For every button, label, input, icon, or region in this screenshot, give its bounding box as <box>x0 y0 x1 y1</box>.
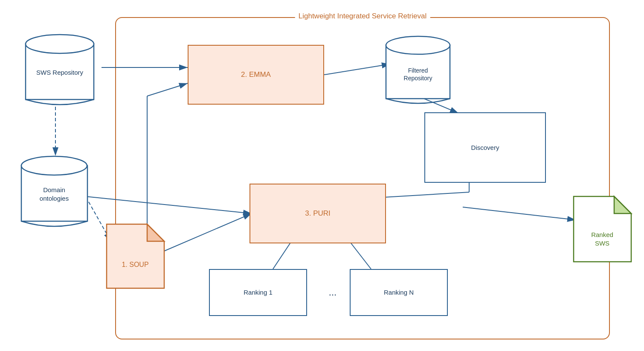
ranking-dots: ... <box>320 284 345 301</box>
filtered-repository: Filtered Repository <box>382 30 454 109</box>
svg-text:Filtered: Filtered <box>408 67 428 74</box>
svg-text:Ranked: Ranked <box>591 231 613 238</box>
emma-box: 2. EMMA <box>188 45 324 105</box>
puri-label: 3. PURI <box>305 209 331 218</box>
svg-text:ontologies: ontologies <box>40 195 69 202</box>
svg-point-20 <box>21 156 87 175</box>
rankingN-box: Ranking N <box>350 269 448 316</box>
svg-point-17 <box>26 35 94 53</box>
ranked-sws-document: Ranked SWS <box>571 194 633 266</box>
svg-text:Domain: Domain <box>43 186 65 193</box>
ranking1-label: Ranking 1 <box>244 288 273 297</box>
svg-text:1. SOUP: 1. SOUP <box>122 261 148 268</box>
domain-ontologies: Domain ontologies <box>17 149 92 233</box>
puri-box: 3. PURI <box>249 184 386 243</box>
svg-text:SWS: SWS <box>595 240 609 247</box>
sws-repository: SWS Repository <box>21 28 98 109</box>
svg-point-25 <box>386 36 450 54</box>
diagram-container: Lightweight Integrated Service Retrieval <box>9 4 635 346</box>
discovery-box: Discovery <box>424 112 546 183</box>
discovery-label: Discovery <box>471 143 499 152</box>
svg-text:SWS Repository: SWS Repository <box>36 69 84 76</box>
emma-label: 2. EMMA <box>241 70 271 79</box>
soup-document: 1. SOUP <box>104 222 166 292</box>
rankingN-label: Ranking N <box>384 288 414 297</box>
lisr-label: Lightweight Integrated Service Retrieval <box>295 12 430 20</box>
ranking1-box: Ranking 1 <box>209 269 307 316</box>
svg-text:Repository: Repository <box>404 75 432 82</box>
